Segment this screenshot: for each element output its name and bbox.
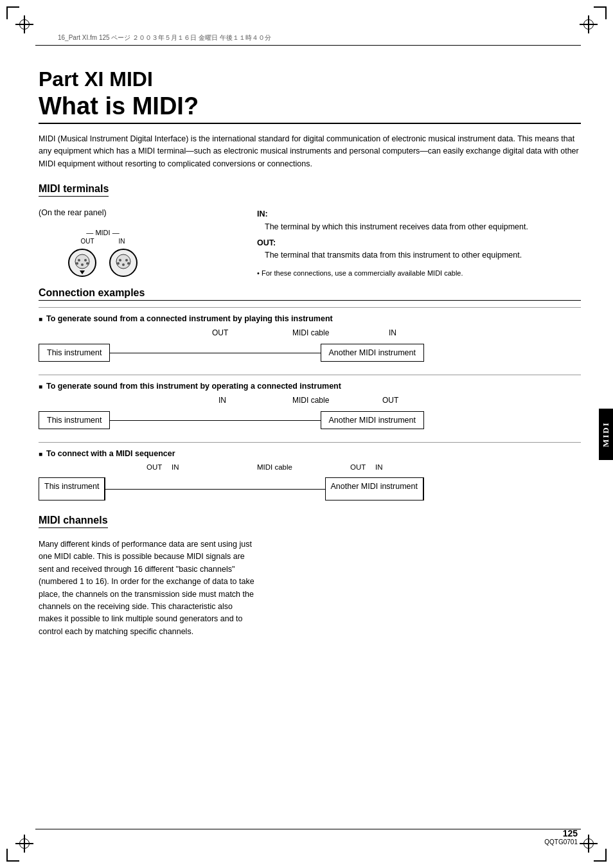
example3-another-box: Another MIDI instrument xyxy=(325,477,424,500)
svg-point-8 xyxy=(125,259,128,261)
example1-label: To generate sound from a connected instr… xyxy=(39,314,581,323)
example3-cable-line xyxy=(105,489,324,490)
example1-cable-label: MIDI cable xyxy=(292,328,329,337)
example1-in-label: IN xyxy=(389,328,396,337)
midi-note: • For these connections, use a commercia… xyxy=(257,269,581,278)
example1-this-instrument: This instrument xyxy=(39,344,110,362)
rear-panel-label: (On the rear panel) xyxy=(39,208,244,217)
corner-br xyxy=(594,849,607,862)
example2-out-label: OUT xyxy=(382,396,398,405)
page-number-block: 125 QQTG0701 xyxy=(544,828,578,846)
svg-point-2 xyxy=(84,259,87,261)
connection-examples-heading: Connection examples xyxy=(39,287,581,301)
svg-point-11 xyxy=(127,262,130,265)
crosshair-bl xyxy=(19,838,30,849)
in-connector xyxy=(109,249,138,277)
channels-body-text: Many different kinds of performance data… xyxy=(39,538,257,638)
out-description: The terminal that transmits data from th… xyxy=(257,249,581,261)
crosshair-tr xyxy=(583,19,594,30)
footer-line xyxy=(35,829,581,829)
out-terminal-info: OUT: The terminal that transmits data fr… xyxy=(257,237,581,262)
example3-this-box: This instrument xyxy=(39,477,105,500)
example3-out-label2: OUT xyxy=(350,463,366,471)
midi-channels-heading: MIDI channels xyxy=(39,515,108,528)
in-label: IN: xyxy=(257,209,268,218)
svg-point-1 xyxy=(78,259,80,261)
header-file-info: 16_Part XI.fm 125 ページ ２００３年５月１６日 金曜日 午後１… xyxy=(58,33,271,42)
midi-terminals-section: MIDI terminals (On the rear panel) — MID… xyxy=(39,179,581,278)
example3-this-instrument: This instrument xyxy=(39,478,105,500)
corner-bl xyxy=(6,849,19,862)
corner-tl xyxy=(6,6,19,19)
example3-out-label1: OUT xyxy=(147,463,162,471)
page-title: What is MIDI? xyxy=(39,93,581,124)
svg-point-10 xyxy=(117,262,120,265)
separator-1 xyxy=(39,307,581,308)
example2-cable-label: MIDI cable xyxy=(292,396,329,405)
example2-cable-line xyxy=(110,420,320,421)
page-code: QQTG0701 xyxy=(544,838,578,846)
example3-in-label1: IN xyxy=(172,463,179,471)
terminals-left-col: (On the rear panel) — MIDI — OUT IN xyxy=(39,208,244,278)
example3-in-label2: IN xyxy=(375,463,383,471)
part-title: Part XI MIDI xyxy=(39,67,581,91)
example2-another-instrument: Another MIDI instrument xyxy=(321,411,424,429)
in-terminal-info: IN: The terminal by which this instrumen… xyxy=(257,208,581,233)
out-connector xyxy=(68,249,96,277)
separator-3 xyxy=(39,442,581,443)
svg-point-9 xyxy=(122,263,125,266)
crosshair-tl xyxy=(19,19,30,30)
crosshair-br xyxy=(583,838,594,849)
corner-tr xyxy=(594,6,607,19)
example1-diagram: OUT MIDI cable IN This instrument Anothe… xyxy=(39,328,424,364)
example2-this-instrument: This instrument xyxy=(39,411,110,429)
example2-diagram: IN MIDI cable OUT This instrument Anothe… xyxy=(39,396,424,432)
svg-point-3 xyxy=(81,263,84,266)
svg-point-5 xyxy=(86,262,89,265)
midi-terminals-heading: MIDI terminals xyxy=(39,183,109,197)
page-number: 125 xyxy=(544,828,578,838)
main-content: Part XI MIDI What is MIDI? MIDI (Musical… xyxy=(39,61,581,647)
example1-cable-line xyxy=(110,353,320,353)
channels-text-col: Many different kinds of performance data… xyxy=(39,538,257,647)
connection-examples-section: Connection examples To generate sound fr… xyxy=(39,287,581,500)
svg-point-7 xyxy=(119,259,121,261)
example3-label: To connect with a MIDI sequencer xyxy=(39,449,581,458)
in-description: The terminal by which this instrument re… xyxy=(257,221,581,233)
example2-in-label: IN xyxy=(218,396,226,405)
midi-sidebar-tab: MIDI xyxy=(599,409,613,460)
terminals-right-col: IN: The terminal by which this instrumen… xyxy=(257,208,581,278)
separator-2 xyxy=(39,375,581,375)
example1-out-label: OUT xyxy=(212,328,228,337)
example3-cable-label: MIDI cable xyxy=(257,463,292,471)
svg-point-0 xyxy=(75,254,89,269)
midi-in-port-label: IN xyxy=(119,238,125,245)
page-container: MIDI 16_Part XI.fm 125 ページ ２００３年５月１６日 金曜… xyxy=(0,0,613,868)
midi-channels-section: MIDI channels Many different kinds of pe… xyxy=(39,511,581,647)
midi-out-port-label: OUT xyxy=(80,238,94,245)
example3-diagram: OUT IN MIDI cable OUT IN This instrument xyxy=(39,463,424,500)
svg-point-4 xyxy=(76,262,78,265)
out-label: OUT: xyxy=(257,238,276,247)
example3-another-instrument: Another MIDI instrument xyxy=(326,478,423,500)
svg-point-6 xyxy=(116,254,130,269)
example2-label: To generate sound from this instrument b… xyxy=(39,382,581,391)
header-line xyxy=(35,45,581,46)
example1-another-instrument: Another MIDI instrument xyxy=(321,344,424,362)
intro-text: MIDI (Musical Instrument Digital Interfa… xyxy=(39,133,581,170)
midi-diagram: — MIDI — OUT IN xyxy=(51,222,148,267)
